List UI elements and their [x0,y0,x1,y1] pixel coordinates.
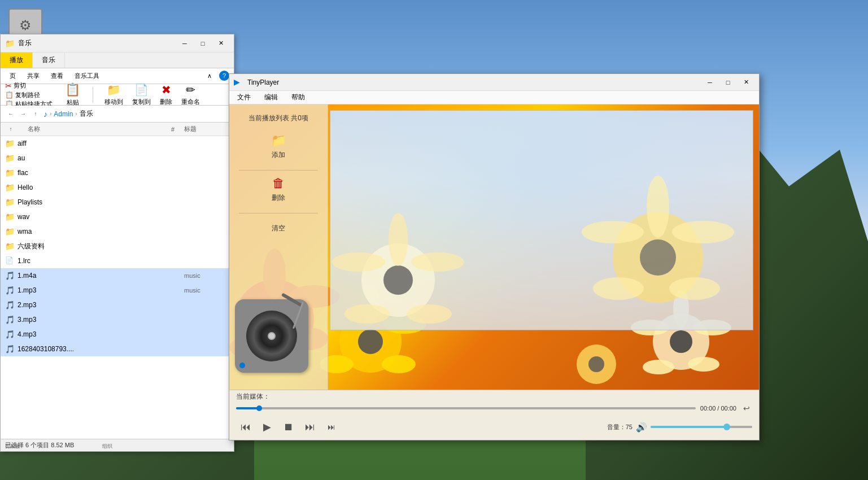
list-item[interactable]: 🎵 1628403108793.... [1,342,234,356]
delete-from-playlist-button[interactable]: 🗑 删除 [265,173,292,206]
ribbon-help-button[interactable]: ? [219,71,229,81]
ribbon-collapse-button[interactable]: ∧ [201,71,218,82]
explorer-status-bar: 已选择 6 个项目 8.52 MB [1,439,234,451]
organize-group: 📁 移动到 📄 复制到 ✖ 删除 ✏ 重命名 [102,82,202,107]
list-item[interactable]: 📁 flac [1,165,234,180]
sort-up-icon[interactable]: ↑ [5,124,16,135]
path-admin[interactable]: Admin [54,110,73,118]
record-center [268,332,276,340]
col-title-header[interactable]: 标题 [184,125,229,133]
copy-path-button[interactable]: 📋 复制路径 [5,91,53,99]
col-name-header[interactable]: 名称 [16,125,162,133]
tab-music[interactable]: 音乐 [33,53,65,68]
player-menubar: 文件 编辑 帮助 [229,91,759,104]
fast-forward-button[interactable]: ⏭ [322,418,341,435]
clipboard-group-label: 剪贴板 [5,443,20,450]
folder-icon: 📁 [5,168,14,177]
cut-button[interactable]: ✂ 剪切 [5,81,53,90]
ribbon-music-tools-tab[interactable]: 音乐工具 [70,71,104,81]
menu-help[interactable]: 帮助 [287,91,309,103]
ribbon-collapse-section: ∧ ? [201,71,229,82]
copy-to-icon: 📄 [134,83,149,97]
list-item[interactable]: 📁 aiff [1,136,234,151]
list-item[interactable]: 📄 1.lrc [1,254,234,268]
list-item[interactable]: 🎵 3.mp3 [1,312,234,327]
menu-file[interactable]: 文件 [233,91,255,103]
next-button[interactable]: ⏭ [300,418,320,435]
music-file-icon: 🎵 [5,330,14,339]
music-file-icon: 🎵 [5,286,14,295]
explorer-close-button[interactable]: ✕ [212,38,229,49]
forward-button[interactable]: → [18,108,29,120]
up-button[interactable]: ↑ [30,108,41,120]
list-item[interactable]: 📁 Hello [1,180,234,195]
menu-edit[interactable]: 编辑 [260,91,282,103]
video-flowers [330,111,753,330]
list-item[interactable]: 📁 Playlists [1,195,234,210]
explorer-maximize-button[interactable]: □ [194,38,211,49]
progress-thumb[interactable] [256,405,262,411]
record-arm [281,293,303,307]
record-background [235,299,308,373]
col-num-header[interactable]: # [162,126,184,133]
player-minimize-button[interactable]: ─ [701,77,718,88]
ribbon-page-tab[interactable]: 页 [5,71,20,81]
video-floral-bg [330,111,753,330]
rename-button[interactable]: ✏ 重命名 [179,82,202,107]
paste-big-button[interactable]: 📋 粘贴 [62,81,84,108]
list-item[interactable]: 📁 wav [1,210,234,224]
player-bottom: 当前媒体： 00:00 / 00:00 ↩ ⏮ ▶ ⏹ ⏭ ⏭ 音量：75 🔊 [229,390,759,440]
list-item[interactable]: 🎵 1.m4a music [1,268,234,283]
progress-fill [236,407,259,409]
gear-icon: ⚙ [19,18,32,33]
list-item[interactable]: 📁 六级资料 [1,239,234,254]
copy-to-button[interactable]: 📄 复制到 [130,82,153,107]
playlist-divider-2 [239,213,317,213]
volume-icon[interactable]: 🔊 [636,422,647,433]
ribbon-share-tab[interactable]: 共享 [23,71,44,81]
player-window: ▶ TinyPlayer ─ □ ✕ 文件 编辑 帮助 [229,73,760,440]
explorer-minimize-button[interactable]: ─ [176,38,193,49]
list-item[interactable]: 📁 au [1,151,234,165]
back-button[interactable]: ← [5,108,16,120]
file-title: music [184,272,229,279]
file-list-header: ↑ 名称 # 标题 [1,123,234,136]
paste-button-container[interactable]: 📋 粘贴 [62,81,84,108]
delete-button[interactable]: ✖ 删除 [158,82,175,107]
player-titlebar: ▶ TinyPlayer ─ □ ✕ [229,74,759,91]
clear-playlist-button[interactable]: 清空 [265,216,292,237]
move-to-button[interactable]: 📁 移动到 [102,82,125,107]
progress-bar-container: 00:00 / 00:00 ↩ [229,403,759,414]
path-music[interactable]: 音乐 [80,109,93,119]
file-name: 1.lrc [18,257,229,265]
music-file-icon: 🎵 [5,315,14,324]
player-close-button[interactable]: ✕ [738,77,754,88]
explorer-folder-icon: 📁 [5,39,15,48]
stop-button[interactable]: ⏹ [279,418,298,435]
player-body: 当前播放列表 共0项 📁 添加 🗑 删除 清空 [229,104,759,390]
volume-thumb[interactable] [723,424,730,430]
add-to-playlist-button[interactable]: 📁 添加 [264,130,293,163]
loop-button[interactable]: ↩ [741,403,752,414]
music-nav-icon: ♪ [43,110,47,119]
explorer-titlebar: 📁 音乐 ─ □ ✕ [1,34,234,53]
volume-track[interactable] [651,426,752,428]
prev-button[interactable]: ⏮ [236,418,255,435]
controls-bar: ⏮ ▶ ⏹ ⏭ ⏭ 音量：75 🔊 [229,414,759,440]
tab-play[interactable]: 播放 [1,53,33,68]
progress-track[interactable] [236,407,696,409]
list-item[interactable]: 🎵 4.mp3 [1,327,234,342]
record-disc [246,311,297,361]
clear-btn-label: 清空 [272,224,285,233]
list-item[interactable]: 🎵 2.mp3 [1,298,234,312]
record-player [235,299,308,373]
explorer-window: 📁 音乐 ─ □ ✕ 播放 音乐 页 共享 查看 音乐工具 ∧ ? [0,34,234,452]
list-item[interactable]: 📁 wma [1,224,234,239]
svg-point-25 [672,221,734,243]
play-button[interactable]: ▶ [258,418,277,435]
list-item[interactable]: 🎵 1.mp3 music [1,283,234,298]
ribbon-view-tab[interactable]: 查看 [46,71,68,81]
file-icon: 📄 [5,256,14,265]
file-name-playlists: Playlists [18,198,229,206]
player-maximize-button[interactable]: □ [719,77,736,88]
